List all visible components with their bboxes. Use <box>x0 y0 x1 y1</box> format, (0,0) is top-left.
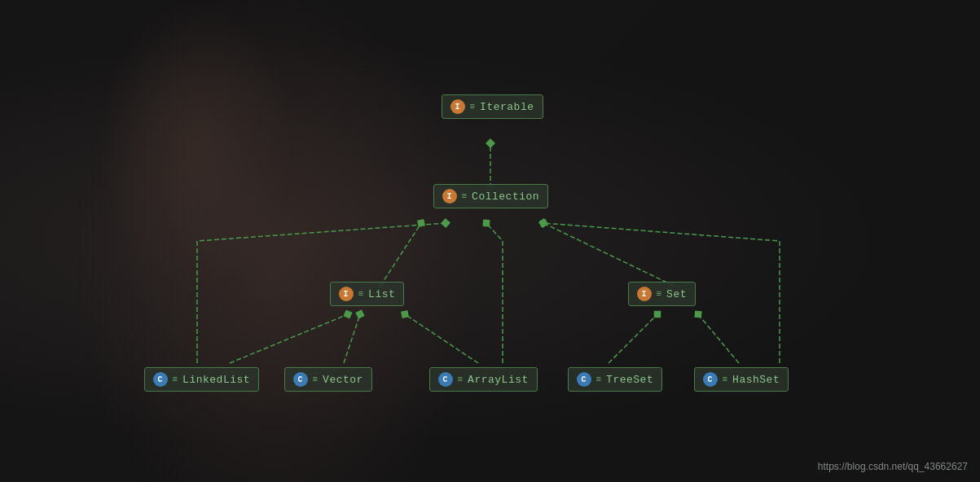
linkedlist-node: C ≡ LinkedList <box>144 367 260 392</box>
vector-label: Vector <box>323 374 363 386</box>
iterable-icon: ≡ <box>470 102 476 112</box>
iterable-node: I ≡ Iterable <box>442 94 543 119</box>
arraylist-label: ArrayList <box>468 374 529 386</box>
linkedlist-icon: ≡ <box>173 375 178 384</box>
hashset-label: HashSet <box>732 374 780 386</box>
list-node: I ≡ List <box>330 282 405 306</box>
collection-node: I ≡ Collection <box>433 184 549 208</box>
vector-icon: ≡ <box>313 375 319 384</box>
svg-line-7 <box>405 314 478 363</box>
diagram: I ≡ Iterable I ≡ Collection I ≡ List I ≡… <box>103 46 877 436</box>
list-label: List <box>368 288 395 300</box>
iterable-label: Iterable <box>480 101 534 113</box>
svg-line-6 <box>344 314 360 363</box>
hashset-node: C ≡ HashSet <box>694 367 789 392</box>
treeset-node: C ≡ TreeSet <box>568 367 663 392</box>
set-icon: ≡ <box>657 289 662 299</box>
svg-line-9 <box>698 314 739 363</box>
collection-label: Collection <box>472 191 539 203</box>
hashset-badge: C <box>703 372 718 387</box>
list-badge: I <box>339 287 354 301</box>
set-node: I ≡ Set <box>628 282 697 306</box>
watermark: https://blog.csdn.net/qq_43662627 <box>818 461 968 472</box>
linkedlist-badge: C <box>153 372 168 387</box>
hashset-icon: ≡ <box>723 375 728 384</box>
collection-icon: ≡ <box>462 191 468 201</box>
svg-line-3 <box>380 223 421 286</box>
vector-badge: C <box>293 372 308 387</box>
treeset-icon: ≡ <box>596 375 602 384</box>
iterable-badge: I <box>450 99 465 114</box>
arraylist-node: C ≡ ArrayList <box>429 367 538 392</box>
svg-line-5 <box>230 314 348 363</box>
vector-node: C ≡ Vector <box>284 367 372 392</box>
svg-line-4 <box>543 223 674 286</box>
collection-badge: I <box>442 189 457 204</box>
set-label: Set <box>666 288 687 300</box>
treeset-badge: C <box>577 372 591 387</box>
arraylist-icon: ≡ <box>458 375 464 384</box>
arraylist-badge: C <box>438 372 453 387</box>
set-badge: I <box>637 287 652 301</box>
treeset-label: TreeSet <box>606 374 653 386</box>
linkedlist-label: LinkedList <box>182 374 250 386</box>
svg-line-8 <box>609 314 657 363</box>
diagram-container: I ≡ Iterable I ≡ Collection I ≡ List I ≡… <box>0 0 980 482</box>
list-icon: ≡ <box>358 289 364 299</box>
